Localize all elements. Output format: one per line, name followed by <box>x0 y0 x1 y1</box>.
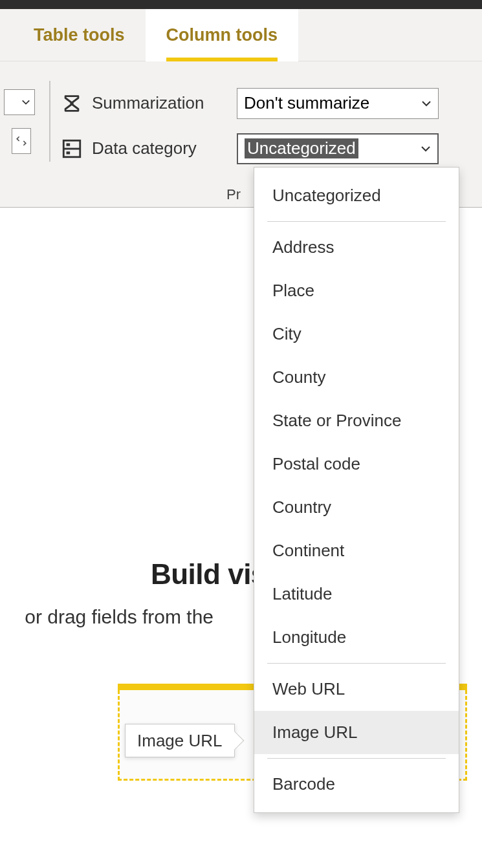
sigma-icon <box>61 92 83 114</box>
data-category-select[interactable]: Uncategorized <box>237 133 439 164</box>
option-city[interactable]: City <box>254 312 459 356</box>
option-state-or-province[interactable]: State or Province <box>254 399 459 442</box>
format-dropdown-fragment[interactable] <box>4 89 35 115</box>
canvas-sub-left: or drag fields from the <box>25 606 214 627</box>
summarization-row: Summarization Don't summarize <box>61 88 482 119</box>
chevron-down-icon <box>421 144 431 154</box>
tab-column-tools[interactable]: Column tools <box>146 9 298 61</box>
option-image-url[interactable]: Image URL <box>254 711 459 754</box>
dropdown-separator <box>267 758 446 759</box>
option-barcode[interactable]: Barcode <box>254 763 459 806</box>
option-continent[interactable]: Continent <box>254 529 459 572</box>
ribbon-group-left <box>0 61 39 181</box>
svg-rect-2 <box>67 143 71 146</box>
summarization-label: Summarization <box>92 93 228 113</box>
dropdown-separator <box>267 663 446 664</box>
option-country[interactable]: Country <box>254 486 459 529</box>
arrows-icon <box>16 135 27 147</box>
data-category-dropdown: Uncategorized Address Place City County … <box>254 167 459 813</box>
option-latitude[interactable]: Latitude <box>254 572 459 616</box>
option-longitude[interactable]: Longitude <box>254 616 459 659</box>
summarization-value: Don't summarize <box>244 93 369 113</box>
data-category-value: Uncategorized <box>245 138 358 158</box>
dropdown-separator <box>267 221 446 222</box>
option-web-url[interactable]: Web URL <box>254 667 459 711</box>
chevron-down-icon <box>421 98 432 109</box>
ribbon-group-properties: Summarization Don't summarize Data categ… <box>61 61 482 181</box>
window-titlebar <box>0 0 482 9</box>
svg-rect-3 <box>67 151 71 154</box>
option-postal-code[interactable]: Postal code <box>254 442 459 486</box>
option-uncategorized[interactable]: Uncategorized <box>254 174 459 217</box>
data-category-label: Data category <box>92 138 228 158</box>
chevron-down-icon <box>21 98 30 107</box>
option-county[interactable]: County <box>254 356 459 399</box>
option-address[interactable]: Address <box>254 226 459 269</box>
ribbon-tabs: Table tools Column tools <box>0 9 482 61</box>
option-place[interactable]: Place <box>254 269 459 312</box>
ribbon-group-caption: Pr <box>226 186 241 203</box>
data-category-row: Data category Uncategorized <box>61 133 482 164</box>
ribbon-control-fragment[interactable] <box>12 128 31 154</box>
ribbon-divider <box>49 81 50 162</box>
category-icon <box>61 138 83 160</box>
field-chip-image-url[interactable]: Image URL <box>125 724 235 757</box>
summarization-select[interactable]: Don't summarize <box>237 88 439 119</box>
tab-table-tools[interactable]: Table tools <box>13 9 146 61</box>
